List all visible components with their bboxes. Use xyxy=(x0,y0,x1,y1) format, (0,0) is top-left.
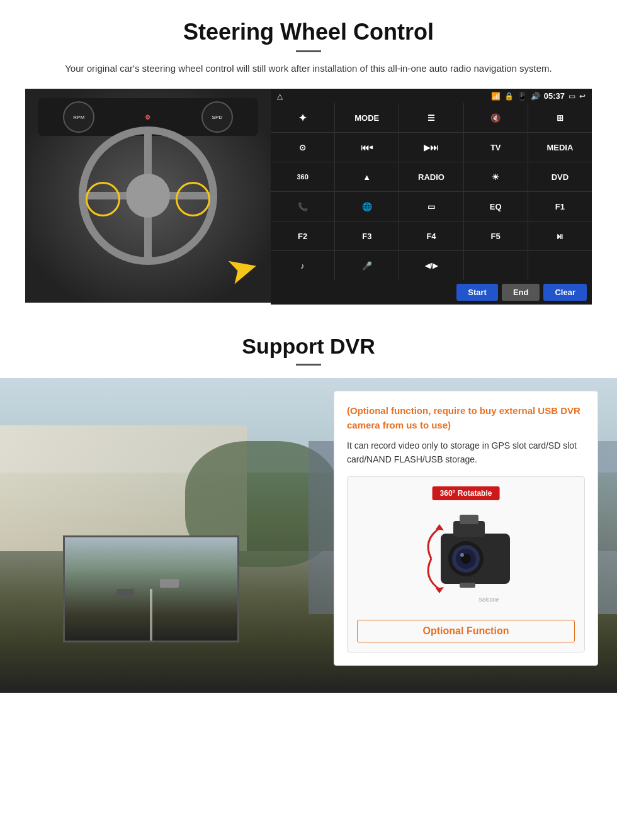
btn-settings[interactable]: ⊙ xyxy=(271,133,334,162)
btn-next[interactable]: ▶⏭ xyxy=(399,133,463,162)
dvr-description: It can record video only to storage in G… xyxy=(347,439,585,467)
dvr-optional-text: (Optional function, require to buy exter… xyxy=(347,404,585,432)
btn-mic[interactable]: 🎤 xyxy=(335,251,399,280)
dvr-image-area: (Optional function, require to buy exter… xyxy=(0,378,617,693)
steering-description: Your original car's steering wheel contr… xyxy=(63,61,554,76)
camera-svg-area: Seicane xyxy=(357,505,575,612)
dvr-title-area: Support DVR xyxy=(0,315,617,378)
camera-box: 360° Rotatable xyxy=(347,476,585,652)
status-time: 05:37 xyxy=(544,91,565,101)
sim-icon: 📱 xyxy=(518,92,527,101)
svg-text:Seicane: Seicane xyxy=(478,596,499,603)
btn-eject[interactable]: ▲ xyxy=(335,162,399,191)
steering-section: Steering Wheel Control Your original car… xyxy=(0,0,617,315)
camera-badge: 360° Rotatable xyxy=(433,486,500,500)
btn-f3[interactable]: F3 xyxy=(335,221,399,250)
btn-music[interactable]: ♪ xyxy=(271,251,334,280)
dvr-section: Support DVR (Optional function, require … xyxy=(0,315,617,693)
home-icon: △ xyxy=(277,92,283,101)
status-bar: △ 📶 🔒 📱 🔊 05:37 ▭ ↩ xyxy=(271,89,592,103)
dvr-info-card: (Optional function, require to buy exter… xyxy=(334,391,598,666)
lock-icon: 🔒 xyxy=(504,92,514,101)
btn-radio[interactable]: RADIO xyxy=(399,162,463,191)
btn-grid[interactable]: ⊞ xyxy=(528,103,592,132)
steering-content: RPM ⚙ SPD ➤ △ xyxy=(25,89,592,303)
btn-brightness[interactable]: ☀ xyxy=(464,162,528,191)
btn-playpause[interactable]: ⏯ xyxy=(528,221,592,250)
dvr-divider xyxy=(296,364,321,366)
svg-point-5 xyxy=(460,553,464,557)
btn-phone[interactable]: 📞 xyxy=(271,192,334,221)
svg-rect-10 xyxy=(460,583,475,588)
clear-button[interactable]: Clear xyxy=(543,284,587,301)
status-left: △ xyxy=(277,92,283,101)
volume-icon: 🔊 xyxy=(531,92,540,101)
btn-360[interactable]: 360 xyxy=(271,162,334,191)
btn-tv[interactable]: TV xyxy=(464,133,528,162)
svg-rect-7 xyxy=(460,515,478,524)
wifi-icon: 📶 xyxy=(491,92,501,101)
dvr-inset-photo xyxy=(63,535,239,642)
btn-mode[interactable]: MODE xyxy=(335,103,399,132)
back-icon: ↩ xyxy=(579,92,586,101)
dash-text: ⚙ xyxy=(145,114,150,121)
btn-screen[interactable]: ▭ xyxy=(399,192,463,221)
steering-wheel xyxy=(79,126,217,265)
btn-prev[interactable]: ⏮◀ xyxy=(335,133,399,162)
btn-media[interactable]: MEDIA xyxy=(528,133,592,162)
circle-right xyxy=(176,182,210,216)
end-button[interactable]: End xyxy=(502,284,540,301)
btn-mute[interactable]: 🔇 xyxy=(464,103,528,132)
optional-function-label: Optional Function xyxy=(357,620,575,642)
btn-browser[interactable]: 🌐 xyxy=(335,192,399,221)
inset-car-2 xyxy=(116,589,134,596)
empty-cell-1 xyxy=(464,251,528,280)
btn-dvd[interactable]: DVD xyxy=(528,162,592,191)
btn-f5[interactable]: F5 xyxy=(464,221,528,250)
window-icon: ▭ xyxy=(569,92,575,101)
steering-title: Steering Wheel Control xyxy=(25,19,592,45)
ui-panel: △ 📶 🔒 📱 🔊 05:37 ▭ ↩ ✦ MODE ☰ 🔇 xyxy=(271,89,592,303)
btn-menu[interactable]: ☰ xyxy=(399,103,463,132)
status-right: 📶 🔒 📱 🔊 05:37 ▭ ↩ xyxy=(491,91,586,101)
camera-svg: Seicane xyxy=(403,508,529,609)
button-grid: ✦ MODE ☰ 🔇 ⊞ ⊙ ⏮◀ ▶⏭ TV MEDIA 360 ▲ RADI… xyxy=(271,103,592,280)
inset-car-1 xyxy=(160,579,179,588)
dvr-title: Support DVR xyxy=(13,334,604,359)
btn-nav[interactable]: ✦ xyxy=(271,103,334,132)
inset-bg xyxy=(65,537,237,641)
road-center-line xyxy=(150,589,152,641)
btn-prevnext[interactable]: ◀/▶ xyxy=(399,251,463,280)
title-divider xyxy=(296,50,321,52)
btn-f2[interactable]: F2 xyxy=(271,221,334,250)
circle-left xyxy=(86,182,120,216)
bottom-actions: Start End Clear xyxy=(271,280,592,305)
empty-cell-2 xyxy=(528,251,592,280)
btn-f1[interactable]: F1 xyxy=(528,192,592,221)
wheel-inner xyxy=(126,174,170,218)
start-button[interactable]: Start xyxy=(456,284,498,301)
steering-photo: RPM ⚙ SPD ➤ xyxy=(25,89,271,303)
btn-f4[interactable]: F4 xyxy=(399,221,463,250)
btn-eq[interactable]: EQ xyxy=(464,192,528,221)
